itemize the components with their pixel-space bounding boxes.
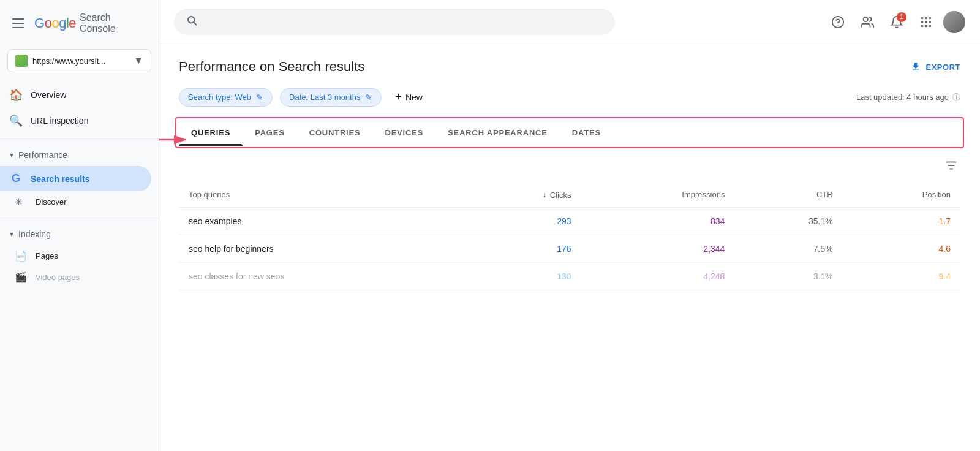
cell-impressions: 834 (581, 207, 734, 235)
search-type-filter[interactable]: Search type: Web ✎ (179, 88, 273, 107)
discover-icon: ✳ (15, 196, 27, 208)
table-filter-button[interactable] (942, 156, 960, 178)
site-favicon (15, 55, 28, 67)
cell-query: seo examples (179, 207, 462, 235)
plus-icon: + (395, 91, 402, 104)
svg-point-4 (864, 17, 868, 21)
svg-point-9 (925, 21, 927, 23)
cell-query: seo help for beginners (179, 235, 462, 262)
performance-section-arrow: ▾ (10, 151, 13, 159)
tab-search-appearance[interactable]: SEARCH APPEARANCE (435, 119, 560, 146)
date-filter-label: Date: Last 3 months (289, 93, 360, 102)
tab-queries-label: QUERIES (191, 128, 230, 137)
search-type-filter-label: Search type: Web (188, 93, 251, 102)
cell-position: 9.4 (843, 262, 960, 290)
search-input[interactable] (203, 17, 603, 27)
sidebar-section-indexing[interactable]: ▾ Indexing (0, 223, 159, 245)
svg-line-1 (194, 22, 196, 25)
app-logo: Google Search Console (34, 12, 149, 34)
site-url: https://www.yoursit... (32, 56, 129, 66)
sidebar-item-video-pages[interactable]: 🎬 Video pages (0, 267, 151, 288)
col-header-impressions[interactable]: Impressions (581, 183, 734, 207)
tab-devices[interactable]: DEVICES (372, 119, 435, 146)
tab-pages-label: PAGES (255, 128, 285, 137)
tab-dates-label: DATES (572, 128, 601, 137)
date-filter[interactable]: Date: Last 3 months ✎ (280, 88, 382, 107)
sidebar-item-search-results-label: Search results (31, 174, 90, 184)
col-header-ctr[interactable]: CTR (734, 183, 842, 207)
tabs-container: QUERIES PAGES COUNTRIES DEVICES SEARCH A… (179, 119, 960, 146)
export-button[interactable]: EXPORT (910, 61, 960, 72)
help-button[interactable] (826, 10, 850, 34)
date-edit-icon[interactable]: ✎ (365, 93, 372, 102)
sidebar-item-pages[interactable]: 📄 Pages (0, 245, 151, 267)
main-content: 1 Performance on Search results (159, 0, 980, 451)
table-row[interactable]: seo classes for new seos 130 4,248 3.1% … (179, 262, 960, 290)
top-bar-icons: 1 (826, 10, 965, 34)
sidebar-header: Google Search Console (0, 0, 159, 44)
sidebar-section-performance[interactable]: ▾ Performance (0, 144, 159, 166)
tab-search-appearance-label: SEARCH APPEARANCE (448, 128, 548, 137)
user-avatar[interactable] (943, 11, 965, 33)
sidebar-item-url-inspection-label: URL inspection (31, 116, 88, 126)
tab-dates[interactable]: DATES (560, 119, 613, 146)
tabs-row: QUERIES PAGES COUNTRIES DEVICES SEARCH A… (179, 119, 960, 146)
export-label: EXPORT (926, 63, 960, 72)
cell-ctr: 35.1% (734, 207, 842, 235)
table-toolbar (179, 146, 960, 183)
home-icon: 🏠 (10, 88, 22, 102)
video-pages-icon: 🎬 (15, 271, 27, 283)
page-title: Performance on Search results (179, 59, 364, 75)
app-title: Search Console (80, 12, 149, 34)
clicks-sort-arrow: ↓ (543, 191, 546, 199)
search-icon: 🔍 (10, 114, 22, 127)
search-bar[interactable] (174, 9, 615, 35)
cell-position: 4.6 (843, 235, 960, 262)
cell-position: 1.7 (843, 207, 960, 235)
new-filter-button[interactable]: + New (389, 87, 429, 107)
new-filter-label: New (405, 93, 423, 102)
tab-queries[interactable]: QUERIES (179, 119, 243, 146)
sidebar-item-pages-label: Pages (36, 251, 58, 260)
hamburger-menu-button[interactable] (10, 16, 27, 31)
apps-button[interactable] (914, 10, 938, 34)
svg-point-8 (921, 21, 924, 23)
svg-point-13 (929, 25, 932, 27)
filter-bar: Search type: Web ✎ Date: Last 3 months ✎… (179, 87, 960, 107)
cell-query: seo classes for new seos (179, 262, 462, 290)
sidebar-item-overview-label: Overview (31, 90, 66, 100)
top-bar: 1 (159, 0, 980, 44)
tab-countries-label: COUNTRIES (309, 128, 361, 137)
queries-table: Top queries ↓ Clicks Impressions CTR (179, 183, 960, 290)
last-updated: Last updated: 4 hours ago ⓘ (856, 92, 960, 103)
search-type-edit-icon[interactable]: ✎ (256, 93, 263, 102)
tab-pages[interactable]: PAGES (243, 119, 297, 146)
sidebar-item-overview[interactable]: 🏠 Overview (0, 82, 151, 108)
notifications-button[interactable]: 1 (884, 10, 909, 34)
svg-point-11 (921, 25, 924, 27)
table-row[interactable]: seo help for beginners 176 2,344 7.5% 4.… (179, 235, 960, 262)
google-g-icon: G (10, 172, 22, 185)
page-header: Performance on Search results EXPORT (179, 59, 960, 75)
sidebar: Google Search Console https://www.yoursi… (0, 0, 159, 451)
sidebar-item-video-pages-label: Video pages (36, 273, 80, 282)
sidebar-section-performance-label: Performance (18, 150, 67, 160)
sidebar-item-url-inspection[interactable]: 🔍 URL inspection (0, 108, 151, 134)
sidebar-item-discover[interactable]: ✳ Discover (0, 191, 151, 213)
col-header-position[interactable]: Position (843, 183, 960, 207)
col-header-query: Top queries (179, 183, 462, 207)
account-settings-button[interactable] (855, 10, 880, 34)
sidebar-divider-1 (0, 138, 159, 139)
tab-devices-label: DEVICES (385, 128, 423, 137)
notification-badge: 1 (897, 12, 907, 22)
avatar-image (943, 11, 965, 33)
col-header-clicks[interactable]: ↓ Clicks (462, 183, 581, 207)
sidebar-item-search-results[interactable]: G Search results (0, 166, 151, 191)
svg-point-7 (929, 17, 932, 19)
sidebar-divider-2 (0, 218, 159, 218)
search-bar-icon (186, 15, 197, 29)
tab-countries[interactable]: COUNTRIES (297, 119, 373, 146)
svg-point-6 (925, 17, 927, 19)
site-selector[interactable]: https://www.yoursit... ▼ (7, 49, 151, 72)
table-row[interactable]: seo examples 293 834 35.1% 1.7 (179, 207, 960, 235)
